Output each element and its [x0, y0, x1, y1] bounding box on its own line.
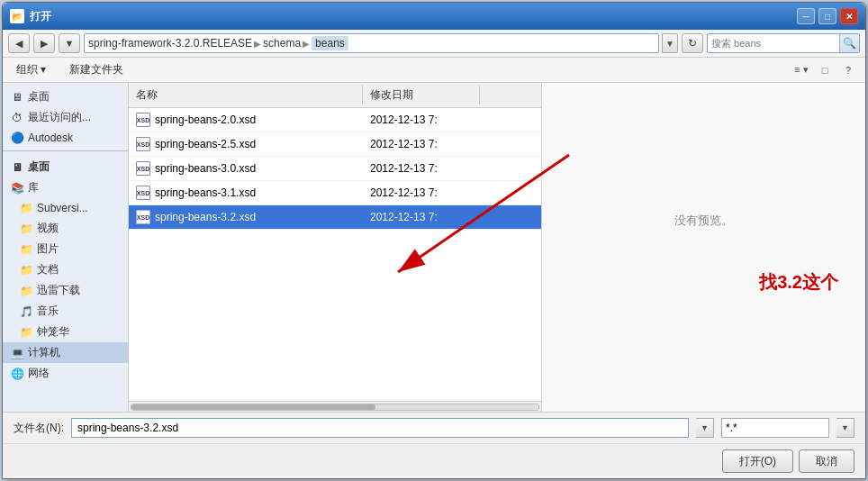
file-date-cell: 2012-12-13 7: — [363, 209, 480, 225]
sidebar-item-recent[interactable]: ⏱ 最近访问的... — [3, 107, 128, 128]
scroll-track — [131, 404, 539, 411]
file-name-cell: XSD spring-beans-3.2.xsd — [129, 208, 363, 226]
filename-dropdown-button[interactable]: ▼ — [696, 418, 714, 438]
help-button[interactable]: ? — [838, 60, 858, 80]
breadcrumb-sep-1: ▶ — [254, 39, 261, 49]
file-name-label: spring-beans-3.1.xsd — [155, 186, 256, 199]
sidebar-label-autodesk: Autodesk — [28, 132, 73, 144]
file-open-dialog: 📂 打开 ─ □ ✕ ◀ ▶ ▼ spring-framework-3.2.0.… — [2, 2, 866, 479]
view-list-button[interactable]: ≡ ▾ — [791, 60, 811, 80]
view-controls: ≡ ▾ □ ? — [791, 60, 858, 80]
file-name-cell: XSD spring-beans-3.0.xsd — [129, 159, 363, 177]
cancel-button[interactable]: 取消 — [799, 449, 854, 473]
breadcrumb-part-1: spring-framework-3.2.0.RELEASE — [88, 37, 252, 50]
table-row[interactable]: XSD spring-beans-3.2.xsd 2012-12-13 7: — [129, 205, 541, 230]
sidebar-item-computer[interactable]: 💻 计算机 — [3, 342, 128, 363]
file-name-cell: XSD spring-beans-2.5.xsd — [129, 135, 363, 153]
column-header-date[interactable]: 修改日期 — [363, 86, 480, 104]
xsd-file-icon: XSD — [136, 161, 150, 176]
table-row[interactable]: XSD spring-beans-3.1.xsd 2012-12-13 7: — [129, 181, 541, 205]
sidebar-item-zhongling[interactable]: 📁 钟笼华 — [3, 322, 128, 342]
pictures-icon: 📁 — [19, 242, 33, 257]
sidebar-item-subversion[interactable]: 📁 Subversi... — [3, 198, 128, 218]
sidebar-label-library: 库 — [28, 180, 39, 195]
file-name-label: spring-beans-2.0.xsd — [155, 113, 256, 126]
file-date-cell: 2012-12-13 7: — [363, 185, 480, 201]
sidebar-item-video[interactable]: 📁 视频 — [3, 218, 128, 239]
file-name-label: spring-beans-2.5.xsd — [155, 138, 256, 150]
close-button[interactable]: ✕ — [840, 8, 858, 24]
annotation-container: 找3.2这个 — [542, 83, 865, 412]
sidebar-label-computer: 计算机 — [28, 345, 60, 360]
sidebar-label-desktop1: 桌面 — [28, 89, 50, 104]
open-button[interactable]: 打开(O) — [722, 449, 793, 473]
file-date-cell: 2012-12-13 7: — [363, 112, 480, 128]
window-icon: 📂 — [10, 9, 24, 23]
organize-button[interactable]: 组织 ▾ — [10, 59, 52, 80]
sidebar-item-desktop1[interactable]: 🖥 桌面 — [3, 86, 128, 107]
address-input[interactable]: spring-framework-3.2.0.RELEASE ▶ schema … — [84, 33, 659, 53]
xsd-file-icon: XSD — [136, 210, 150, 224]
filetype-select[interactable]: *.* — [721, 418, 829, 438]
address-bar: ◀ ▶ ▼ spring-framework-3.2.0.RELEASE ▶ s… — [3, 30, 865, 58]
toolbar: 组织 ▾ 新建文件夹 ≡ ▾ □ ? — [3, 58, 865, 83]
sidebar-item-docs[interactable]: 📁 文档 — [3, 259, 128, 280]
main-area: 🖥 桌面 ⏱ 最近访问的... 🔵 Autodesk 🖥 桌面 📚 库 📁 — [3, 83, 865, 412]
xsd-file-icon: XSD — [136, 137, 150, 151]
sidebar-item-autodesk[interactable]: 🔵 Autodesk — [3, 128, 128, 148]
xsd-file-icon: XSD — [136, 113, 150, 127]
sidebar-label-desktop2: 桌面 — [28, 159, 50, 175]
network-icon: 🌐 — [10, 367, 24, 381]
window-controls: ─ □ ✕ — [797, 8, 858, 24]
docs-icon: 📁 — [19, 263, 33, 277]
sidebar-item-network[interactable]: 🌐 网络 — [3, 363, 128, 384]
xsd-file-icon: XSD — [136, 186, 150, 200]
new-folder-button[interactable]: 新建文件夹 — [63, 59, 130, 80]
sidebar-item-downloads[interactable]: 📁 迅雷下载 — [3, 280, 128, 301]
filename-bar: 文件名(N): ▼ *.* ▼ — [3, 412, 865, 443]
sidebar: 🖥 桌面 ⏱ 最近访问的... 🔵 Autodesk 🖥 桌面 📚 库 📁 — [3, 83, 129, 412]
file-name-cell: XSD spring-beans-3.1.xsd — [129, 184, 363, 202]
table-row[interactable]: XSD spring-beans-2.5.xsd 2012-12-13 7: — [129, 132, 541, 157]
sidebar-item-library[interactable]: 📚 库 — [3, 177, 128, 198]
file-name-label: spring-beans-3.0.xsd — [155, 162, 256, 175]
action-buttons: 打开(O) 取消 — [3, 443, 865, 478]
breadcrumb-sep-2: ▶ — [303, 39, 310, 49]
filename-label: 文件名(N): — [14, 421, 64, 436]
window-title: 打开 — [30, 9, 797, 24]
file-list-header: 名称 修改日期 — [129, 83, 541, 108]
dropdown-nav-button[interactable]: ▼ — [59, 33, 80, 53]
back-button[interactable]: ◀ — [8, 33, 30, 53]
minimize-button[interactable]: ─ — [797, 8, 815, 24]
music-icon: 🎵 — [19, 304, 33, 319]
file-date-cell: 2012-12-13 7: — [363, 136, 480, 152]
horizontal-scrollbar[interactable] — [129, 401, 541, 412]
maximize-button[interactable]: □ — [818, 8, 836, 24]
sidebar-label-zhongling: 钟笼华 — [37, 324, 69, 340]
sidebar-label-subversion: Subversi... — [37, 202, 88, 214]
search-button[interactable]: 🔍 — [839, 34, 859, 52]
desktop2-icon: 🖥 — [10, 160, 24, 175]
view-grid-button[interactable]: □ — [815, 60, 835, 80]
table-row[interactable]: XSD spring-beans-3.0.xsd 2012-12-13 7: — [129, 157, 541, 181]
search-input[interactable] — [708, 38, 839, 49]
refresh-button[interactable]: ↻ — [682, 33, 703, 53]
filename-input[interactable] — [71, 418, 689, 438]
filetype-dropdown-button[interactable]: ▼ — [836, 418, 854, 438]
file-list-body: XSD spring-beans-2.0.xsd 2012-12-13 7: X… — [129, 108, 541, 401]
autodesk-icon: 🔵 — [10, 131, 24, 145]
sidebar-item-desktop2[interactable]: 🖥 桌面 — [3, 154, 128, 177]
column-header-name[interactable]: 名称 — [129, 86, 363, 104]
sidebar-item-music[interactable]: 🎵 音乐 — [3, 301, 128, 322]
sidebar-label-network: 网络 — [28, 366, 50, 381]
table-row[interactable]: XSD spring-beans-2.0.xsd 2012-12-13 7: — [129, 108, 541, 132]
sidebar-label-video: 视频 — [37, 221, 59, 236]
forward-button[interactable]: ▶ — [33, 33, 55, 53]
library-icon: 📚 — [10, 181, 24, 195]
sidebar-label-music: 音乐 — [37, 304, 59, 319]
subversion-icon: 📁 — [19, 201, 33, 215]
address-dropdown-button[interactable]: ▼ — [662, 33, 678, 53]
sidebar-item-pictures[interactable]: 📁 图片 — [3, 239, 128, 259]
breadcrumb: spring-framework-3.2.0.RELEASE ▶ schema … — [88, 36, 348, 50]
preview-area: 没有预览。 找3.2这个 — [541, 83, 865, 412]
